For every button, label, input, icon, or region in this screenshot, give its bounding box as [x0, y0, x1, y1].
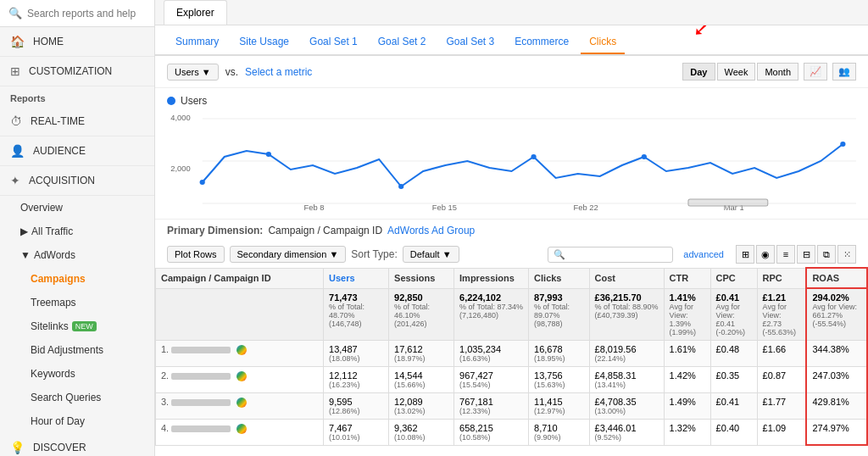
svg-point-14: [840, 142, 845, 147]
sidebar-item-audience[interactable]: 👤 AUDIENCE: [0, 136, 154, 166]
col-header-ctr[interactable]: CTR: [664, 268, 710, 288]
row-impressions: 967,427 (15.54%): [454, 366, 529, 392]
segment-label: Users: [175, 67, 199, 77]
svg-text:2,000: 2,000: [170, 164, 190, 173]
col-header-cpc[interactable]: CPC: [710, 268, 757, 288]
col-header-cost[interactable]: Cost: [589, 268, 664, 288]
row-rpc: £1.66: [757, 340, 806, 366]
time-btn-month[interactable]: Month: [757, 63, 798, 81]
col-header-users[interactable]: Users: [324, 268, 389, 288]
sort-default-btn[interactable]: Default ▼: [403, 246, 459, 263]
search-bar[interactable]: 🔍: [0, 0, 154, 27]
line-chart-btn[interactable]: 📈: [804, 63, 827, 81]
sidebar-item-acquisition[interactable]: ✦ ACQUISITION: [0, 166, 154, 196]
dropdown-icon: ▼: [202, 67, 211, 77]
explorer-tab[interactable]: Explorer: [164, 0, 227, 25]
tab-goal-set-1[interactable]: Goal Set 1: [301, 31, 366, 54]
row-campaign: 1.: [156, 340, 324, 366]
vs-label: vs.: [225, 66, 238, 78]
sidebar-item-label: ACQUISITION: [29, 175, 95, 186]
col-header-impressions[interactable]: Impressions: [454, 268, 529, 288]
sidebar-item-adwords[interactable]: ▼ AdWords: [0, 243, 154, 267]
total-clicks: 87,993 % of Total: 89.07% (98,788): [529, 288, 590, 340]
sidebar-item-sitelinks[interactable]: Sitelinks NEW: [0, 314, 154, 338]
table-row: 3. 9,595 (12.86%) 12,089 (13.02%): [156, 392, 868, 419]
row-campaign: 3.: [156, 392, 324, 419]
view-icon-list[interactable]: ≡: [776, 245, 795, 264]
reports-section-label: Reports: [0, 86, 154, 107]
tab-goal-set-2[interactable]: Goal Set 2: [370, 31, 435, 54]
secondary-dimension-btn[interactable]: Secondary dimension ▼: [230, 246, 347, 263]
svg-point-11: [398, 184, 403, 189]
sub-item-label: Hour of Day: [31, 415, 85, 427]
row-campaign: 4.: [156, 419, 324, 445]
dropdown-icon: ▼: [329, 249, 338, 259]
sidebar-item-keywords[interactable]: Keywords: [0, 362, 154, 386]
row-users: 12,112 (16.23%): [324, 366, 389, 392]
row-roas: 247.03%: [806, 366, 867, 392]
sidebar-item-campaigns[interactable]: Campaigns: [0, 267, 154, 291]
svg-point-9: [200, 180, 205, 185]
expand-icon: ▼: [20, 249, 31, 261]
sidebar: 🔍 🏠 HOME ⊞ CUSTOMIZATION Reports ⏱ REAL-…: [0, 0, 155, 456]
sidebar-item-alltraffic[interactable]: ▶ All Traffic: [0, 220, 154, 243]
sub-item-label: Overview: [20, 202, 63, 214]
search-icon: 🔍: [8, 7, 22, 19]
blurred-campaign: [171, 373, 231, 380]
view-icon-grid[interactable]: ⊞: [736, 245, 754, 264]
row-cost: £3,446.01 (9.52%): [589, 419, 664, 445]
line-chart-svg: 4,000 2,000 Feb 8 Feb 15 Feb 22 Mar 1: [167, 110, 856, 212]
advanced-link[interactable]: advanced: [683, 249, 724, 259]
col-header-roas[interactable]: ROAS: [806, 268, 867, 288]
sidebar-item-realtime[interactable]: ⏱ REAL-TIME: [0, 107, 154, 136]
row-cost: £4,858.31 (13.41%): [589, 366, 664, 392]
chart-area: Users 4,000 2,000 Feb 8 Feb 15 Feb 22 Ma…: [155, 88, 868, 220]
home-icon: 🏠: [10, 35, 25, 48]
sidebar-item-overview[interactable]: Overview: [0, 196, 154, 220]
total-label: [156, 288, 324, 340]
tab-summary[interactable]: Summary: [167, 31, 227, 54]
select-metric-link[interactable]: Select a metric: [245, 66, 312, 78]
table-row: 1. 13,487 (18.08%) 17,612 (18.97%): [156, 340, 868, 366]
table-search-input[interactable]: [565, 249, 667, 259]
sidebar-item-hour-of-day[interactable]: Hour of Day: [0, 409, 154, 433]
view-icon-chart[interactable]: ◉: [756, 245, 775, 264]
campaign-icon: [236, 371, 247, 381]
tab-ecommerce[interactable]: Ecommerce: [506, 31, 577, 54]
sidebar-item-discover[interactable]: 💡 DISCOVER: [0, 433, 154, 456]
table-row: 2. 12,112 (16.23%) 14,544 (15.66%): [156, 366, 868, 392]
tab-site-usage[interactable]: Site Usage: [231, 31, 298, 54]
view-icon-compare[interactable]: ⧉: [817, 245, 836, 264]
time-btn-week[interactable]: Week: [717, 63, 756, 81]
dimension-link[interactable]: AdWords Ad Group: [387, 225, 475, 236]
col-header-clicks[interactable]: Clicks: [529, 268, 590, 288]
tabs-row: Summary Site Usage Goal Set 1 Goal Set 2…: [155, 25, 868, 56]
total-cpc: £0.41 Avg for View: £0.41 (-0.20%): [710, 288, 757, 340]
row-rpc: £0.87: [757, 366, 806, 392]
sidebar-item-home[interactable]: 🏠 HOME: [0, 27, 154, 57]
total-sessions: 92,850 % of Total: 46.10% (201,426): [389, 288, 454, 340]
col-header-sessions[interactable]: Sessions: [389, 268, 454, 288]
search-input[interactable]: [27, 8, 146, 19]
row-roas: 344.38%: [806, 340, 867, 366]
search-icon: 🔍: [554, 249, 565, 260]
tab-clicks[interactable]: Clicks: [581, 31, 625, 54]
sidebar-item-treemaps[interactable]: Treemaps: [0, 291, 154, 314]
segment-select[interactable]: Users ▼: [167, 64, 219, 81]
sidebar-item-search-queries[interactable]: Search Queries: [0, 386, 154, 409]
time-btn-day[interactable]: Day: [682, 63, 715, 81]
total-users: 71,473 % of Total: 48.70% (146,748): [324, 288, 389, 340]
sidebar-item-customization[interactable]: ⊞ CUSTOMIZATION: [0, 57, 154, 86]
plot-rows-btn[interactable]: Plot Rows: [167, 246, 225, 263]
view-icon-scatter[interactable]: ⁙: [837, 245, 856, 264]
bar-chart-btn[interactable]: 👥: [832, 63, 856, 81]
row-impressions: 1,035,234 (16.63%): [454, 340, 529, 366]
total-roas: 294.02% Avg for View: 661.27% (-55.54%): [806, 288, 867, 340]
main-content: Explorer Summary Site Usage Goal Set 1 G…: [155, 0, 868, 456]
col-header-rpc[interactable]: RPC: [757, 268, 806, 288]
row-ctr: 1.61%: [664, 340, 710, 366]
sidebar-item-bid-adjustments[interactable]: Bid Adjustments: [0, 338, 154, 362]
row-impressions: 658,215 (10.58%): [454, 419, 529, 445]
view-icon-pivot[interactable]: ⊟: [797, 245, 815, 264]
tab-goal-set-3[interactable]: Goal Set 3: [437, 31, 503, 54]
